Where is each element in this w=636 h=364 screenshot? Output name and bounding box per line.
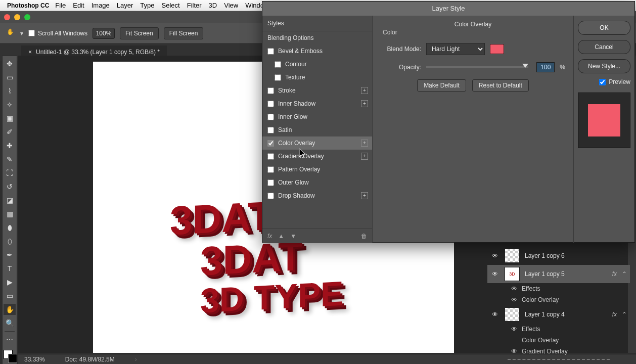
opacity-slider[interactable] [426,66,528,68]
scroll-all-windows-checkbox[interactable]: Scroll All Windows [28,30,87,37]
layer-thumbnail[interactable]: 3D [505,267,520,281]
zoom-tool-icon[interactable]: 🔍 [4,317,16,329]
bevel-emboss-row[interactable]: Bevel & Emboss [262,44,372,58]
texture-row[interactable]: Texture [262,71,372,84]
contour-row[interactable]: Contour [262,58,372,71]
menu-select[interactable]: Select [162,2,180,9]
app-name[interactable]: Photoshop CC [7,2,49,9]
fx-menu-icon[interactable]: fx [267,233,272,240]
cancel-button[interactable]: Cancel [578,40,630,54]
hand-tool-icon[interactable]: ✋ [5,28,15,38]
inner-shadow-row[interactable]: Inner Shadow+ [262,97,372,110]
preview-checkbox[interactable]: Preview [578,78,630,85]
pattern-overlay-row[interactable]: Pattern Overlay [262,163,372,176]
layer-row[interactable]: 👁 Layer 1 copy 6 [487,247,630,265]
ok-button[interactable]: OK [578,21,630,35]
bevel-emboss-checkbox[interactable] [267,48,274,55]
layer-name[interactable]: Layer 1 copy 4 [525,311,565,318]
healing-brush-tool-icon[interactable]: ✚ [4,140,16,151]
blur-tool-icon[interactable]: ⬮ [4,222,16,233]
reset-to-default-button[interactable]: Reset to Default [472,79,529,92]
gradient-overlay-row[interactable]: Gradient Overlay+ [262,150,372,163]
move-effect-up-icon[interactable]: ▲ [278,233,284,240]
inner-shadow-checkbox[interactable] [267,101,274,107]
satin-checkbox[interactable] [267,127,274,133]
color-overlay-row[interactable]: Color Overlay+ [262,136,372,150]
layer-name[interactable]: Layer 1 copy 5 [525,270,565,278]
hand-tool-icon[interactable]: ✋ [4,304,16,315]
layer-name[interactable]: Layer 1 copy 6 [525,252,565,259]
status-zoom[interactable]: 33.33% [24,356,45,363]
background-color-swatch[interactable] [8,354,17,363]
status-doc-size[interactable]: Doc: 49.8M/82.5M [65,356,115,363]
status-flyout-icon[interactable]: › [135,356,137,363]
fit-screen-button[interactable]: Fit Screen [120,27,159,39]
menu-type[interactable]: Type [140,2,154,9]
close-tab-icon[interactable]: × [28,49,32,56]
move-tool-icon[interactable]: ✥ [4,58,16,69]
marquee-tool-icon[interactable]: ▭ [4,72,16,83]
layer-fx-badge[interactable]: fx [612,270,617,278]
window-minimize-icon[interactable] [14,14,20,20]
collapse-effects-icon[interactable]: ⌃ [622,270,627,278]
layer-fx-badge[interactable]: fx [612,311,617,318]
pattern-overlay-checkbox[interactable] [267,166,274,173]
menu-3d[interactable]: 3D [209,2,217,9]
visibility-icon[interactable]: 👁 [490,270,499,278]
dodge-tool-icon[interactable]: ⬯ [4,236,16,247]
texture-checkbox[interactable] [275,74,281,81]
visibility-icon[interactable]: 👁 [511,348,518,355]
visibility-icon[interactable]: 👁 [511,326,518,333]
magic-wand-tool-icon[interactable]: ✧ [4,99,16,110]
layer-effect-row[interactable]: 👁Color Overlay [487,335,630,346]
menu-edit[interactable]: Edit [73,2,84,9]
fill-screen-button[interactable]: Fill Screen [164,27,204,39]
collapse-effects-icon[interactable]: ⌃ [622,311,627,318]
window-close-icon[interactable] [4,14,10,20]
window-maximize-icon[interactable] [24,14,30,20]
blending-options-row[interactable]: Blending Options [262,31,372,44]
path-selection-tool-icon[interactable]: ▶ [4,277,16,288]
eyedropper-tool-icon[interactable]: ✐ [4,126,16,138]
eraser-tool-icon[interactable]: ◪ [4,195,16,206]
layer-row[interactable]: 👁 3D Layer 1 copy 5 fx ⌃ [487,265,630,283]
move-effect-down-icon[interactable]: ▼ [290,233,296,240]
add-stroke-icon[interactable]: + [361,87,368,94]
menu-layer[interactable]: Layer [117,2,133,9]
crop-tool-icon[interactable]: ▣ [4,113,16,124]
drop-shadow-checkbox[interactable] [267,193,274,199]
layer-effect-row[interactable]: 👁Effects [487,283,630,294]
brush-tool-icon[interactable]: ✎ [4,154,16,165]
clone-stamp-tool-icon[interactable]: ⛶ [4,167,16,178]
type-tool-icon[interactable]: T [4,263,16,274]
rectangle-tool-icon[interactable]: ▭ [4,290,16,301]
color-overlay-checkbox[interactable] [267,140,274,147]
layer-thumbnail[interactable] [505,307,520,322]
layer-row[interactable]: 👁 Layer 1 copy 4 fx ⌃ [487,305,630,324]
satin-row[interactable]: Satin [262,123,372,136]
add-color-overlay-icon[interactable]: + [361,140,368,147]
visibility-icon[interactable]: 👁 [511,296,518,303]
blend-mode-select[interactable]: Hard Light [426,43,485,55]
stroke-checkbox[interactable] [267,87,274,94]
inner-glow-row[interactable]: Inner Glow [262,110,372,123]
slider-handle-icon[interactable] [522,64,528,68]
gradient-overlay-checkbox[interactable] [267,153,274,160]
add-inner-shadow-icon[interactable]: + [361,100,368,107]
add-gradient-overlay-icon[interactable]: + [361,153,368,160]
opacity-input[interactable] [536,62,555,72]
layer-effect-row[interactable]: 👁Gradient Overlay [487,346,630,357]
stroke-row[interactable]: Stroke+ [262,84,372,97]
inner-glow-checkbox[interactable] [267,114,274,120]
menu-filter[interactable]: Filter [187,2,202,9]
delete-effect-icon[interactable]: 🗑 [361,233,367,240]
new-style-button[interactable]: New Style... [578,59,630,73]
visibility-icon[interactable]: 👁 [490,311,499,318]
zoom-level-input[interactable] [93,28,115,39]
overlay-color-swatch[interactable] [490,44,504,54]
lasso-tool-icon[interactable]: ⌇ [4,85,16,97]
history-brush-tool-icon[interactable]: ↺ [4,181,16,192]
visibility-icon[interactable]: 👁 [511,285,518,292]
gradient-tool-icon[interactable]: ▦ [4,208,16,219]
edit-toolbar-icon[interactable]: ⋯ [4,334,16,345]
